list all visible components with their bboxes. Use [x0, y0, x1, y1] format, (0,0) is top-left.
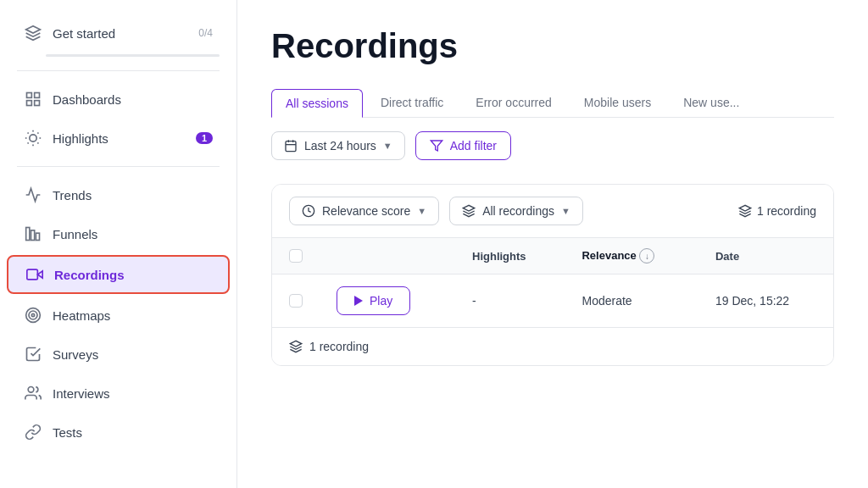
get-started-progress: 0/4 [198, 27, 213, 39]
svg-line-7 [28, 133, 29, 134]
table-toolbar: Relevance score ▼ All recordings ▼ 1 rec… [272, 185, 833, 238]
row-checkbox-cell [272, 274, 320, 328]
play-label: Play [370, 294, 392, 308]
calendar-icon [284, 139, 298, 152]
heatmaps-icon [24, 306, 42, 324]
svg-point-19 [31, 313, 34, 316]
sidebar-item-tests[interactable]: Tests [7, 414, 230, 450]
recordings-filter-label: All recordings [482, 204, 554, 218]
svg-rect-21 [286, 141, 296, 152]
svg-line-12 [37, 133, 38, 134]
count-label: 1 recording [757, 204, 816, 218]
recording-count: 1 recording [738, 204, 816, 218]
svg-marker-28 [290, 341, 301, 347]
sort-label: Relevance score [322, 204, 410, 218]
chevron-down-icon: ▼ [383, 141, 392, 151]
funnels-icon [24, 225, 42, 243]
filter-icon [430, 139, 443, 152]
sidebar-item-label: Trends [53, 188, 92, 202]
svg-point-4 [30, 135, 36, 141]
sidebar-item-label: Tests [53, 425, 82, 440]
recordings-icon [25, 265, 44, 284]
th-relevance[interactable]: Relevance ↓ [565, 238, 698, 274]
sidebar-item-trends[interactable]: Trends [7, 177, 230, 213]
sidebar-item-recordings[interactable]: Recordings [7, 255, 230, 294]
stack-icon [738, 204, 752, 218]
table-row: Play - Moderate 19 Dec, 15:22 [272, 274, 833, 328]
sidebar-item-label: Surveys [53, 347, 98, 362]
sidebar-item-label: Dashboards [53, 92, 121, 107]
trends-icon [24, 186, 42, 204]
svg-rect-14 [31, 230, 35, 241]
main-content: Recordings All sessions Direct traffic E… [237, 0, 868, 488]
tab-error-occurred[interactable]: Error occurred [461, 88, 565, 117]
row-date-cell: 19 Dec, 15:22 [698, 274, 833, 328]
svg-marker-26 [464, 205, 475, 211]
get-started-icon [24, 24, 42, 42]
footer-count-label: 1 recording [309, 340, 369, 353]
highlights-icon [24, 129, 42, 147]
svg-point-20 [28, 387, 34, 393]
play-button[interactable]: Play [337, 286, 410, 315]
svg-rect-13 [26, 228, 30, 241]
filter-row: Last 24 hours ▼ Add filter [271, 131, 834, 160]
tab-new-users[interactable]: New use... [669, 88, 754, 117]
relevance-icon [302, 204, 315, 218]
sidebar-item-label: Interviews [53, 386, 110, 401]
play-triangle-icon [354, 296, 363, 306]
table-header-row: Highlights Relevance ↓ Date [272, 238, 833, 274]
select-all-checkbox[interactable] [289, 249, 303, 263]
row-relevance-cell: Moderate [565, 274, 698, 328]
tab-direct-traffic[interactable]: Direct traffic [366, 88, 458, 117]
sidebar-item-dashboards[interactable]: Dashboards [7, 81, 230, 117]
sidebar-item-label: Recordings [54, 268, 125, 282]
svg-line-8 [37, 142, 38, 143]
row-play-cell: Play [320, 274, 455, 328]
layers-icon [462, 204, 476, 218]
svg-marker-25 [431, 141, 442, 151]
surveys-icon [24, 345, 42, 363]
sidebar-divider-1 [17, 70, 220, 71]
svg-line-11 [28, 142, 29, 143]
sidebar: Get started 0/4 Dashboards Highlights 1 … [0, 0, 237, 488]
svg-rect-15 [36, 233, 39, 240]
svg-rect-0 [27, 93, 32, 98]
sidebar-item-label: Get started [53, 26, 115, 41]
relevance-sort-button[interactable]: Relevance score ▼ [289, 197, 439, 225]
sidebar-item-funnels[interactable]: Funnels [7, 216, 230, 252]
svg-point-18 [29, 311, 37, 319]
time-range-label: Last 24 hours [304, 139, 376, 152]
dashboards-icon [24, 90, 42, 108]
interviews-icon [24, 384, 42, 402]
time-range-filter[interactable]: Last 24 hours ▼ [271, 131, 405, 160]
th-highlights: Highlights [455, 238, 565, 274]
sidebar-item-interviews[interactable]: Interviews [7, 375, 230, 411]
sidebar-item-label: Highlights [53, 131, 108, 146]
footer-stack-icon [289, 340, 303, 353]
sort-direction-icon: ↓ [639, 248, 654, 263]
sidebar-item-highlights[interactable]: Highlights 1 [7, 120, 230, 156]
sidebar-item-surveys[interactable]: Surveys [7, 336, 230, 372]
row-checkbox[interactable] [289, 294, 303, 308]
tab-mobile-users[interactable]: Mobile users [570, 88, 665, 117]
highlights-badge: 1 [196, 132, 213, 144]
chevron-down-icon: ▼ [561, 206, 570, 216]
svg-rect-1 [35, 93, 40, 98]
sidebar-item-get-started[interactable]: Get started 0/4 [7, 15, 230, 51]
th-date: Date [698, 238, 833, 274]
sidebar-item-label: Heatmaps [53, 308, 110, 323]
tests-icon [24, 423, 42, 441]
all-recordings-filter[interactable]: All recordings ▼ [449, 197, 583, 225]
add-filter-label: Add filter [450, 139, 497, 152]
th-play [320, 238, 455, 274]
recordings-table: Highlights Relevance ↓ Date [272, 238, 833, 327]
svg-rect-16 [27, 269, 37, 280]
tab-all-sessions[interactable]: All sessions [271, 89, 363, 118]
add-filter-button[interactable]: Add filter [415, 131, 511, 160]
sidebar-item-label: Funnels [53, 227, 97, 241]
sidebar-divider-2 [17, 166, 220, 167]
sessions-tabs: All sessions Direct traffic Error occurr… [271, 88, 834, 118]
chevron-down-icon: ▼ [417, 206, 426, 216]
sidebar-item-heatmaps[interactable]: Heatmaps [7, 297, 230, 333]
row-highlights-cell: - [455, 274, 565, 328]
